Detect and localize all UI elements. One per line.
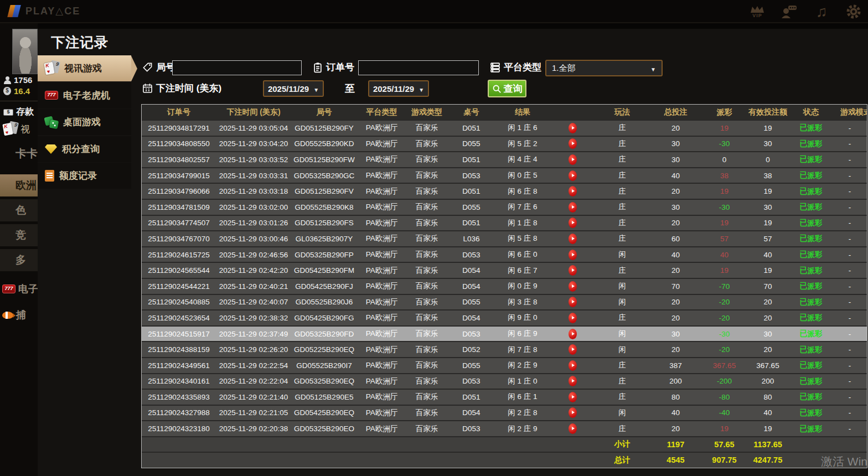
replay-play-icon[interactable] xyxy=(569,170,577,181)
cell-status: 已派彩 xyxy=(789,199,833,215)
cell-status: 已派彩 xyxy=(789,152,833,168)
lobby-item-slots[interactable]: 电子 xyxy=(2,282,38,296)
replay-play-icon[interactable] xyxy=(569,329,577,339)
cell-status: 已派彩 xyxy=(789,310,833,326)
table-row[interactable]: 2511290348172912025-11-29 03:05:04GD0512… xyxy=(142,120,867,136)
lobby-item-sedie[interactable]: 色 xyxy=(0,199,38,221)
tab-quota-records[interactable]: 额度记录 xyxy=(38,163,131,189)
cell-play-type: 庄 xyxy=(596,310,649,326)
video-games-shortcut[interactable]: 视 xyxy=(3,122,30,137)
table-row[interactable]: 2511290347815092025-11-29 03:02:00GD0552… xyxy=(142,199,867,215)
table-row[interactable]: 2511290245408852025-11-29 02:40:07GD0552… xyxy=(142,294,867,311)
lobby-item-duotai[interactable]: 多 xyxy=(0,249,38,271)
table-row[interactable]: 2511290347670702025-11-29 03:00:46GL0362… xyxy=(142,231,867,247)
replay-play-icon[interactable] xyxy=(569,407,577,418)
deposit-button[interactable]: 存款 xyxy=(3,106,34,118)
cell-order-no: 251129034796066 xyxy=(142,183,216,199)
table-row[interactable]: 2511290243231802025-11-29 02:20:38GD0532… xyxy=(142,421,867,437)
cell-status: 已派彩 xyxy=(789,136,833,152)
slot-777-icon xyxy=(2,284,16,293)
chevron-down-icon xyxy=(418,84,424,94)
avatar[interactable] xyxy=(12,29,38,74)
query-button[interactable]: 查询 xyxy=(488,80,526,97)
gear-icon[interactable] xyxy=(844,2,864,21)
replay-play-icon[interactable] xyxy=(569,265,577,276)
bet-time-label: 下注时间 (美东) xyxy=(142,82,221,95)
cell-replay xyxy=(550,310,596,326)
cell-table-no: D053 xyxy=(447,168,495,184)
cell-game-mode: - xyxy=(833,215,867,231)
replay-play-icon[interactable] xyxy=(569,138,577,149)
replay-play-icon[interactable] xyxy=(569,423,577,434)
order-input[interactable] xyxy=(358,60,479,75)
tab-table-games[interactable]: 桌面游戏 xyxy=(38,109,131,135)
table-row[interactable]: 2511290348085502025-11-29 03:04:20GD0552… xyxy=(142,136,867,152)
replay-play-icon[interactable] xyxy=(569,392,577,402)
date-from-select[interactable]: 2025/11/29 xyxy=(263,80,324,97)
vip-icon[interactable]: VIP xyxy=(747,2,767,21)
replay-play-icon[interactable] xyxy=(569,250,577,260)
replay-play-icon[interactable] xyxy=(569,376,577,386)
table-row[interactable]: 2511290243495612025-11-29 02:22:54GD0552… xyxy=(142,358,867,374)
cell-status: 已派彩 xyxy=(789,326,833,342)
lobby-item-jingmi[interactable]: 竞 xyxy=(0,224,38,246)
replay-play-icon[interactable] xyxy=(569,297,577,307)
replay-play-icon[interactable] xyxy=(569,344,577,355)
replay-play-icon[interactable] xyxy=(569,202,577,213)
table-row[interactable]: 2511290245236542025-11-29 02:38:32GD0542… xyxy=(142,310,867,326)
cell-bet-time: 2025-11-29 03:03:18 xyxy=(216,183,291,199)
cell-platform: PA欧洲厅 xyxy=(357,262,406,278)
cell-game-mode: - xyxy=(833,374,867,390)
cell-bet-time: 2025-11-29 03:03:52 xyxy=(216,152,291,168)
replay-play-icon[interactable] xyxy=(569,360,577,371)
table-row[interactable]: 2511290348025572025-11-29 03:03:52GD0512… xyxy=(142,152,867,168)
replay-play-icon[interactable] xyxy=(569,218,577,228)
cell-total-bet: 387 xyxy=(649,358,702,374)
table-row[interactable]: 2511290243279882025-11-29 02:21:05GD0542… xyxy=(142,405,867,421)
replay-play-icon[interactable] xyxy=(569,313,577,323)
table-row[interactable]: 2511290245159172025-11-29 02:37:49GD0532… xyxy=(142,326,867,342)
support-chat-icon[interactable] xyxy=(779,2,799,21)
music-icon[interactable] xyxy=(812,2,831,21)
lobby-item-fishing[interactable]: 捕 xyxy=(2,308,26,322)
lobby-item-europe[interactable]: 欧洲 xyxy=(0,174,38,196)
replay-play-icon[interactable] xyxy=(569,154,577,165)
cell-status: 已派彩 xyxy=(789,358,833,374)
cell-valid-bet: 20 xyxy=(746,310,789,326)
table-row[interactable]: 2511290243358932025-11-29 02:21:40GD0512… xyxy=(142,389,867,405)
cell-order-no: 251129024327988 xyxy=(142,405,216,421)
background-sidebar: 1756 16.4 存款 视 卡卡 欧洲 色 竞 多 电子 捕 xyxy=(0,23,38,476)
cell-platform: PA欧洲厅 xyxy=(357,168,406,184)
cell-game-type: 百家乐 xyxy=(406,152,447,168)
lobby-item-kaka[interactable]: 卡卡 xyxy=(16,146,38,161)
replay-play-icon[interactable] xyxy=(569,123,577,133)
chevron-down-icon xyxy=(313,84,319,94)
table-row[interactable]: 2511290245655442025-11-29 02:42:20GD0542… xyxy=(142,262,867,278)
cell-bet-time: 2025-11-29 03:04:20 xyxy=(216,136,291,152)
table-row[interactable]: 2511290245442212025-11-29 02:40:21GD0542… xyxy=(142,278,867,294)
cell-replay xyxy=(550,215,596,231)
cell-status: 已派彩 xyxy=(789,405,833,421)
round-input[interactable] xyxy=(172,60,302,75)
replay-play-icon[interactable] xyxy=(569,281,577,292)
table-row[interactable]: 2511290243881592025-11-29 02:26:20GD0522… xyxy=(142,342,867,358)
tab-video-games[interactable]: 视讯游戏 xyxy=(38,55,131,81)
table-row[interactable]: 2511290243401612025-11-29 02:22:04GD0532… xyxy=(142,374,867,390)
date-to-select[interactable]: 2025/11/29 xyxy=(368,80,429,97)
cell-order-no: 251129024515917 xyxy=(142,326,216,342)
cell-game-mode: - xyxy=(833,231,867,247)
platform-type-select[interactable]: 1.全部 xyxy=(545,60,663,76)
cell-valid-bet: 19 xyxy=(746,120,789,136)
cell-table-no: D051 xyxy=(447,183,495,199)
tab-points-query[interactable]: 积分查询 xyxy=(38,136,131,162)
table-row[interactable]: 2511290347990152025-11-29 03:03:31GD0532… xyxy=(142,168,867,184)
replay-play-icon[interactable] xyxy=(569,186,577,196)
replay-play-icon[interactable] xyxy=(569,234,577,244)
tab-slots[interactable]: 电子老虎机 xyxy=(38,82,131,108)
table-row[interactable]: 2511290347745072025-11-29 03:01:26GD0512… xyxy=(142,215,867,231)
table-row[interactable]: 2511290347960662025-11-29 03:03:18GD0512… xyxy=(142,183,867,199)
cell-payout: -30 xyxy=(702,199,746,215)
cell-replay xyxy=(550,389,596,405)
table-row[interactable]: 2511290246157252025-11-29 02:46:56GD0532… xyxy=(142,247,867,263)
cell-game-mode: - xyxy=(833,310,867,326)
